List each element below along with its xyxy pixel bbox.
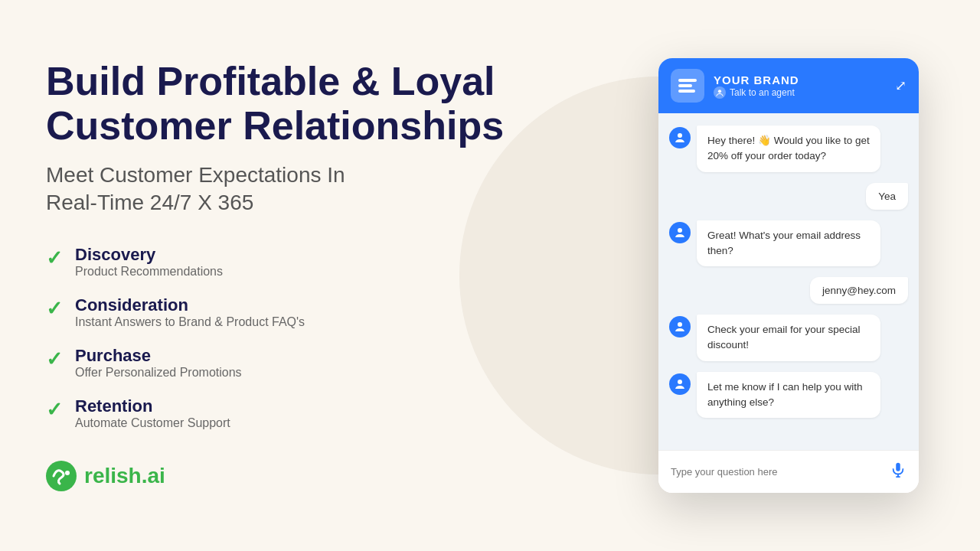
bot-message-row: Hey there! 👋 Would you like to get 20% o… bbox=[669, 126, 908, 172]
bot-avatar bbox=[669, 222, 691, 243]
svg-point-6 bbox=[678, 380, 682, 384]
user-message-row: Yea bbox=[669, 183, 908, 210]
user-bubble: jenny@hey.com bbox=[810, 277, 908, 304]
item-title: Retention bbox=[75, 396, 230, 416]
item-desc: Offer Personalized Promotions bbox=[75, 366, 242, 380]
bot-avatar bbox=[669, 316, 691, 337]
chat-widget: YOUR BRAND Talk to an agent ⤢ bbox=[658, 58, 919, 493]
item-title: Purchase bbox=[75, 346, 242, 366]
brand-logo-stripes bbox=[678, 79, 697, 93]
right-panel: YOUR BRAND Talk to an agent ⤢ bbox=[643, 58, 934, 493]
chat-input[interactable] bbox=[671, 466, 890, 478]
bot-bubble: Great! What's your email address then? bbox=[697, 220, 880, 267]
bot-avatar bbox=[669, 373, 691, 395]
item-desc: Automate Customer Support bbox=[75, 416, 230, 430]
item-title: Consideration bbox=[75, 295, 305, 315]
svg-point-3 bbox=[678, 133, 682, 138]
chat-input-area bbox=[658, 450, 919, 493]
list-item: ✓ Retention Automate Customer Support bbox=[46, 396, 597, 430]
bot-bubble: Hey there! 👋 Would you like to get 20% o… bbox=[697, 126, 880, 172]
sub-title: Meet Customer Expectations In Real-Time … bbox=[46, 161, 597, 217]
user-message-row: jenny@hey.com bbox=[669, 277, 908, 304]
check-icon: ✓ bbox=[46, 398, 63, 422]
logo-text: relish.ai bbox=[84, 464, 165, 488]
bot-message-row: Check your email for your special discou… bbox=[669, 315, 908, 361]
check-icon: ✓ bbox=[46, 246, 63, 270]
list-item: ✓ Purchase Offer Personalized Promotions bbox=[46, 346, 597, 380]
item-title: Discovery bbox=[75, 245, 223, 265]
item-desc: Product Recommendations bbox=[75, 265, 223, 279]
svg-rect-7 bbox=[896, 463, 900, 471]
bot-message-row: Great! What's your email address then? bbox=[669, 220, 908, 267]
chat-header: YOUR BRAND Talk to an agent ⤢ bbox=[658, 58, 919, 113]
svg-point-5 bbox=[678, 322, 682, 327]
chat-header-left: YOUR BRAND Talk to an agent bbox=[671, 69, 799, 103]
bot-avatar bbox=[669, 127, 691, 148]
left-panel: Build Profitable & Loyal Customer Relati… bbox=[0, 29, 643, 521]
list-item: ✓ Consideration Instant Answers to Brand… bbox=[46, 295, 597, 329]
svg-point-1 bbox=[65, 471, 70, 475]
checklist: ✓ Discovery Product Recommendations ✓ Co… bbox=[46, 245, 597, 430]
brand-name: YOUR BRAND bbox=[714, 73, 799, 86]
chat-body: Hey there! 👋 Would you like to get 20% o… bbox=[658, 113, 919, 450]
brand-logo-box bbox=[671, 69, 704, 103]
agent-icon bbox=[714, 86, 726, 99]
check-icon: ✓ bbox=[46, 297, 63, 321]
check-icon: ✓ bbox=[46, 347, 63, 371]
expand-icon[interactable]: ⤢ bbox=[895, 77, 906, 94]
bot-message-row: Let me know if I can help you with anyth… bbox=[669, 372, 908, 419]
bot-bubble: Check your email for your special discou… bbox=[697, 315, 880, 361]
list-item: ✓ Discovery Product Recommendations bbox=[46, 245, 597, 279]
svg-point-4 bbox=[678, 228, 682, 233]
main-title: Build Profitable & Loyal Customer Relati… bbox=[46, 60, 597, 147]
item-desc: Instant Answers to Brand & Product FAQ's bbox=[75, 315, 305, 329]
brand-logo-area: relish.ai bbox=[46, 461, 597, 491]
svg-point-2 bbox=[718, 90, 721, 93]
agent-status: Talk to an agent bbox=[714, 86, 799, 99]
microphone-icon[interactable] bbox=[890, 461, 906, 482]
brand-info: YOUR BRAND Talk to an agent bbox=[714, 73, 799, 99]
user-bubble: Yea bbox=[866, 183, 908, 210]
bot-bubble: Let me know if I can help you with anyth… bbox=[697, 372, 880, 419]
relish-logo-icon bbox=[46, 461, 77, 491]
svg-point-0 bbox=[46, 461, 77, 491]
